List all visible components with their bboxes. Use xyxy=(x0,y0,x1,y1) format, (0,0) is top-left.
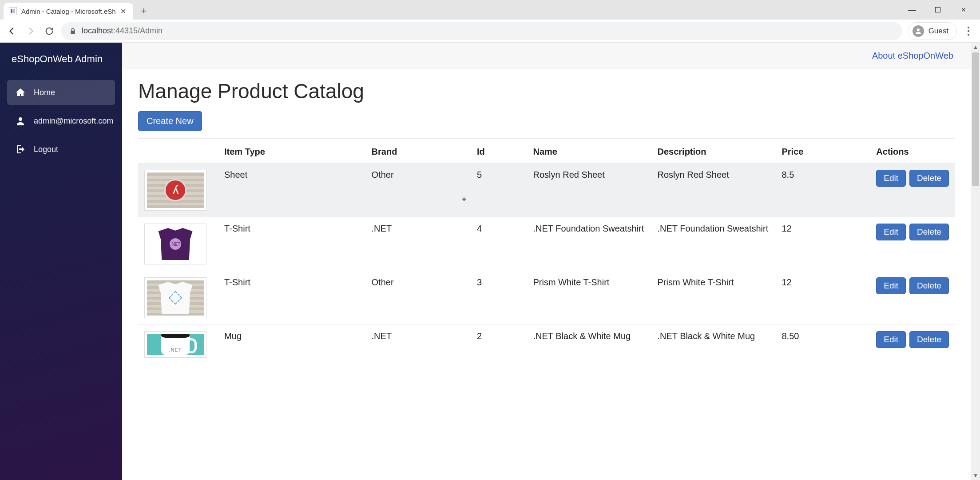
table-row: ʎ Sheet Other 5 Roslyn Red Sheet Roslyn … xyxy=(138,164,955,217)
lock-icon xyxy=(69,28,76,35)
logout-icon xyxy=(15,144,26,155)
scroll-up-icon[interactable]: ▲ xyxy=(973,43,978,52)
cell-item-type: T-Shirt xyxy=(218,217,365,271)
tab-title: Admin - Catalog - Microsoft.eSh xyxy=(21,8,116,15)
cell-id: 2 xyxy=(471,325,527,364)
cell-brand: .NET xyxy=(365,217,471,271)
catalog-table: Item Type Brand Id Name Description Pric… xyxy=(138,139,955,364)
cell-name: .NET Black & White Mug xyxy=(527,325,651,364)
sidebar-item-logout[interactable]: Logout xyxy=(7,137,115,162)
col-name: Name xyxy=(527,139,651,164)
col-image xyxy=(138,139,218,164)
svg-point-1 xyxy=(19,117,22,121)
browser-toolbar: localhost:44315/Admin Guest xyxy=(0,20,980,43)
forward-button[interactable] xyxy=(24,24,37,38)
cell-brand: Other xyxy=(365,271,471,325)
cell-image xyxy=(138,271,218,325)
product-thumbnail: .NET xyxy=(144,331,206,358)
col-actions: Actions xyxy=(870,139,955,164)
cell-image: .NET xyxy=(138,217,218,271)
sidebar-item-label: Logout xyxy=(34,145,58,154)
table-row: T-Shirt Other 3 Prism White T-Shirt Pris… xyxy=(138,271,955,325)
cell-price: 12 xyxy=(776,271,870,325)
delete-button[interactable]: Delete xyxy=(909,277,949,294)
tab-close-icon[interactable]: ✕ xyxy=(120,7,126,16)
col-id: Id xyxy=(471,139,527,164)
cell-item-type: Mug xyxy=(218,325,365,364)
cell-name: Roslyn Red Sheet xyxy=(527,164,651,217)
col-description: Description xyxy=(651,139,776,164)
user-icon xyxy=(15,116,26,126)
new-tab-button[interactable]: + xyxy=(138,5,151,17)
col-price: Price xyxy=(776,139,870,164)
window-minimize-button[interactable]: — xyxy=(899,0,925,20)
cell-brand: Other xyxy=(365,164,471,217)
table-row: .NET Mug .NET 2 .NET Black & White Mug .… xyxy=(138,325,955,364)
edit-button[interactable]: Edit xyxy=(876,331,906,348)
cell-id: 3 xyxy=(471,271,527,325)
cell-price: 12 xyxy=(776,217,870,271)
col-item-type: Item Type xyxy=(218,139,365,164)
avatar-icon xyxy=(913,25,924,37)
cell-price: 8.5 xyxy=(776,164,870,217)
window-close-button[interactable]: ✕ xyxy=(951,0,976,20)
profile-label: Guest xyxy=(928,27,948,36)
delete-button[interactable]: Delete xyxy=(909,224,949,240)
cell-item-type: T-Shirt xyxy=(218,271,365,325)
cell-name: .NET Foundation Sweatshirt xyxy=(527,217,651,271)
cell-id: 5 xyxy=(471,164,527,217)
cell-image: .NET xyxy=(138,325,218,364)
profile-chip[interactable]: Guest xyxy=(908,22,957,40)
edit-button[interactable]: Edit xyxy=(876,170,906,187)
create-new-button[interactable]: Create New xyxy=(138,111,202,131)
browser-tab[interactable]: Admin - Catalog - Microsoft.eSh ✕ xyxy=(4,3,133,20)
scrollbar-thumb[interactable] xyxy=(972,52,979,186)
address-bar[interactable]: localhost:44315/Admin xyxy=(61,22,902,40)
app-brand: eShopOnWeb Admin xyxy=(0,43,122,76)
reload-button[interactable] xyxy=(43,24,56,38)
cell-item-type: Sheet xyxy=(218,164,365,217)
topbar: About eShopOnWeb xyxy=(122,43,971,69)
cell-description: Prism White T-Shirt xyxy=(651,271,776,325)
cell-name: Prism White T-Shirt xyxy=(527,271,651,325)
vertical-scrollbar[interactable]: ▲ ▼ xyxy=(971,43,980,480)
product-thumbnail: ʎ xyxy=(144,170,206,211)
cell-id: 4 xyxy=(471,217,527,271)
cell-description: .NET Foundation Sweatshirt xyxy=(651,217,776,271)
col-brand: Brand xyxy=(365,139,471,164)
sidebar-item-user[interactable]: admin@microsoft.com xyxy=(7,108,115,133)
edit-button[interactable]: Edit xyxy=(876,224,906,240)
sidebar: eShopOnWeb Admin Home admin@microsoft.co… xyxy=(0,43,122,480)
cell-brand: .NET xyxy=(365,325,471,364)
cell-image: ʎ xyxy=(138,164,218,217)
cell-description: .NET Black & White Mug xyxy=(651,325,776,364)
sidebar-item-home[interactable]: Home xyxy=(7,80,115,105)
svg-point-0 xyxy=(917,28,920,31)
browser-titlebar: Admin - Catalog - Microsoft.eSh ✕ + — ✕ xyxy=(0,0,980,20)
cell-description: Roslyn Red Sheet xyxy=(651,164,776,217)
product-thumbnail: .NET xyxy=(144,224,206,264)
home-icon xyxy=(15,87,26,98)
url-text: localhost:44315/Admin xyxy=(82,26,163,36)
cell-price: 8.50 xyxy=(776,325,870,364)
delete-button[interactable]: Delete xyxy=(909,331,949,348)
window-maximize-button[interactable] xyxy=(925,0,951,20)
browser-menu-button[interactable] xyxy=(962,27,975,36)
about-link[interactable]: About eShopOnWeb xyxy=(872,51,953,61)
sidebar-item-label: Home xyxy=(34,88,55,97)
edit-button[interactable]: Edit xyxy=(876,277,906,294)
sidebar-item-label: admin@microsoft.com xyxy=(34,116,113,126)
table-row: .NET T-Shirt .NET 4 .NET Foundation Swea… xyxy=(138,217,955,271)
product-thumbnail xyxy=(144,277,206,318)
scroll-down-icon[interactable]: ▼ xyxy=(973,471,978,480)
delete-button[interactable]: Delete xyxy=(909,170,949,187)
tab-favicon-icon xyxy=(9,7,17,15)
page-title: Manage Product Catalog xyxy=(138,79,955,103)
back-button[interactable] xyxy=(5,24,19,38)
